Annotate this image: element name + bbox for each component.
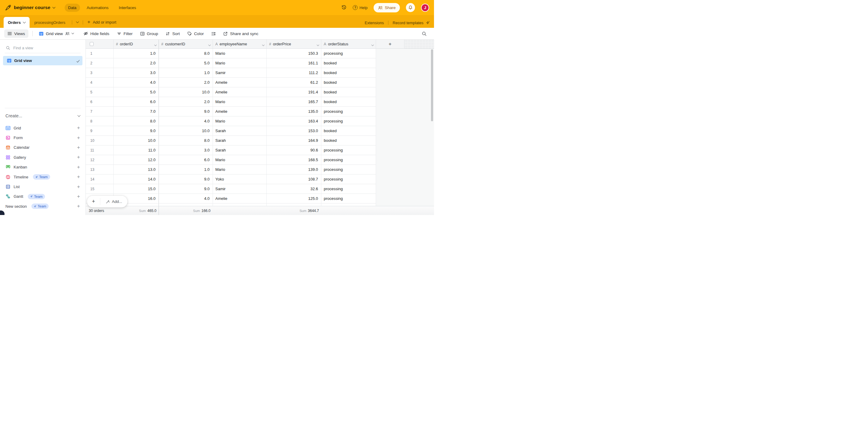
help-button[interactable]: ? Help (353, 5, 368, 10)
sum-orderID[interactable]: Sum465.0 (139, 209, 156, 213)
cell-employeeName[interactable] (213, 203, 267, 206)
cell-orderStatus[interactable]: booked (321, 126, 376, 136)
cell-employeeName[interactable]: Amelie (213, 78, 267, 87)
grid-view-switcher[interactable]: Grid view (36, 29, 76, 38)
extensions-button[interactable]: Extensions (365, 21, 384, 25)
cell-orderStatus[interactable]: booked (321, 97, 376, 107)
create-item-kanban[interactable]: Kanban + (0, 162, 86, 172)
cell-orderStatus[interactable]: booked (321, 87, 376, 97)
add-view-icon[interactable]: + (77, 154, 80, 160)
cell-orderPrice[interactable]: 153.0 (267, 126, 321, 136)
cell-employeeName[interactable]: Samir (213, 68, 267, 78)
group-button[interactable]: Group (140, 31, 158, 36)
cell-employeeName[interactable]: Amelie (213, 87, 267, 97)
row-number[interactable]: 11 (86, 145, 114, 155)
add-view-icon[interactable]: + (77, 203, 80, 209)
cell-customerID[interactable]: 10.0 (159, 126, 213, 136)
cell-orderPrice[interactable]: 125.0 (267, 194, 321, 203)
row-number[interactable]: 3 (86, 68, 114, 78)
hide-fields-button[interactable]: Hide fields (83, 31, 109, 36)
cell-employeeName[interactable]: Samir (213, 184, 267, 194)
cell-orderID[interactable]: 4.0 (114, 78, 159, 87)
table-list-chevron-icon[interactable] (76, 19, 79, 24)
cell-orderStatus[interactable]: processing (321, 49, 376, 58)
create-item-grid[interactable]: Grid + (0, 123, 86, 133)
find-view-input[interactable]: Find a view (5, 44, 80, 52)
workspace-menu[interactable]: beginner course (5, 4, 55, 11)
cell-orderStatus[interactable]: processing (321, 174, 376, 184)
cell-orderID[interactable]: 7.0 (114, 107, 159, 116)
cell-orderID[interactable]: 10.0 (114, 136, 159, 145)
cell-employeeName[interactable]: Sarah (213, 136, 267, 145)
cell-orderID[interactable]: 5.0 (114, 87, 159, 97)
column-header-orderPrice[interactable]: # orderPrice (267, 39, 321, 48)
notifications-button[interactable] (406, 3, 415, 12)
cell-orderStatus[interactable]: booked (321, 68, 376, 78)
column-header-customerID[interactable]: # customerID (159, 39, 213, 48)
cell-customerID[interactable]: 5.0 (159, 58, 213, 68)
cell-employeeName[interactable]: Yoko (213, 174, 267, 184)
cell-orderPrice[interactable]: 150.3 (267, 49, 321, 58)
cell-customerID[interactable]: 9.0 (159, 184, 213, 194)
create-item-new-section[interactable]: New section Team + (0, 201, 86, 211)
create-item-calendar[interactable]: 31 Calendar + (0, 143, 86, 152)
row-number[interactable]: 1 (86, 49, 114, 58)
create-item-form[interactable]: Form + (0, 133, 86, 142)
cell-orderPrice[interactable]: 165.7 (267, 97, 321, 107)
sum-orderPrice[interactable]: Sum3644.7 (300, 209, 319, 213)
cell-orderPrice[interactable]: 90.6 (267, 145, 321, 155)
create-item-timeline[interactable]: Timeline Team + (0, 172, 86, 182)
cell-orderPrice[interactable]: 161.1 (267, 58, 321, 68)
add-record-button[interactable]: + (87, 198, 100, 205)
add-view-icon[interactable]: + (77, 164, 80, 170)
select-all-checkbox[interactable] (90, 42, 94, 46)
cell-orderPrice[interactable]: 108.7 (267, 174, 321, 184)
add-or-import-button[interactable]: + Add or import (87, 19, 116, 25)
create-item-list[interactable]: List + (0, 182, 86, 192)
cell-orderStatus[interactable]: booked (321, 78, 376, 87)
row-number[interactable]: 13 (86, 165, 114, 174)
cell-orderPrice[interactable]: 61.2 (267, 78, 321, 87)
cell-orderID[interactable]: 13.0 (114, 165, 159, 174)
avatar[interactable]: J (421, 4, 429, 12)
tab-processing-orders[interactable]: processingOrders (30, 17, 70, 28)
add-view-icon[interactable]: + (77, 194, 80, 200)
sort-button[interactable]: Sort (165, 31, 180, 36)
cell-customerID[interactable]: 8.0 (159, 136, 213, 145)
cell-employeeName[interactable]: Mario (213, 58, 267, 68)
views-button[interactable]: Views (4, 29, 28, 38)
row-number[interactable]: 15 (86, 184, 114, 194)
cell-orderID[interactable]: 14.0 (114, 174, 159, 184)
row-number[interactable]: 5 (86, 87, 114, 97)
cell-orderStatus[interactable]: processing (321, 165, 376, 174)
sum-customerID[interactable]: Sum166.0 (193, 209, 211, 213)
cell-customerID[interactable]: 4.0 (159, 194, 213, 203)
cell-orderID[interactable]: 12.0 (114, 155, 159, 165)
cell-customerID[interactable]: 3.0 (159, 145, 213, 155)
cell-orderID[interactable]: 9.0 (114, 126, 159, 136)
nav-tab-automations[interactable]: Automations (83, 4, 112, 12)
cell-orderID[interactable]: 3.0 (114, 68, 159, 78)
cell-orderPrice[interactable]: 139.0 (267, 165, 321, 174)
add-with-ai-button[interactable]: Add... (100, 199, 127, 204)
cell-customerID[interactable]: 10.0 (159, 87, 213, 97)
cell-orderID[interactable]: 8.0 (114, 116, 159, 126)
filter-button[interactable]: Filter (117, 31, 132, 36)
nav-tab-interfaces[interactable]: Interfaces (115, 4, 140, 12)
cell-employeeName[interactable]: Sarah (213, 126, 267, 136)
column-header-employeeName[interactable]: A employeeName (213, 39, 267, 48)
cell-customerID[interactable]: 2.0 (159, 78, 213, 87)
history-icon[interactable] (341, 5, 347, 10)
row-number[interactable]: 14 (86, 174, 114, 184)
add-field-button[interactable]: + (376, 39, 404, 49)
color-button[interactable]: Color (187, 31, 204, 36)
cell-customerID[interactable]: 2.0 (159, 97, 213, 107)
cell-orderStatus[interactable]: booked (321, 136, 376, 145)
cell-employeeName[interactable]: Amelie (213, 107, 267, 116)
search-icon[interactable] (422, 31, 427, 36)
cell-orderPrice[interactable]: 135.0 (267, 107, 321, 116)
row-number[interactable]: 10 (86, 136, 114, 145)
cell-orderStatus[interactable]: processing (321, 107, 376, 116)
add-view-icon[interactable]: + (77, 135, 80, 141)
create-item-gallery[interactable]: Gallery + (0, 152, 86, 162)
